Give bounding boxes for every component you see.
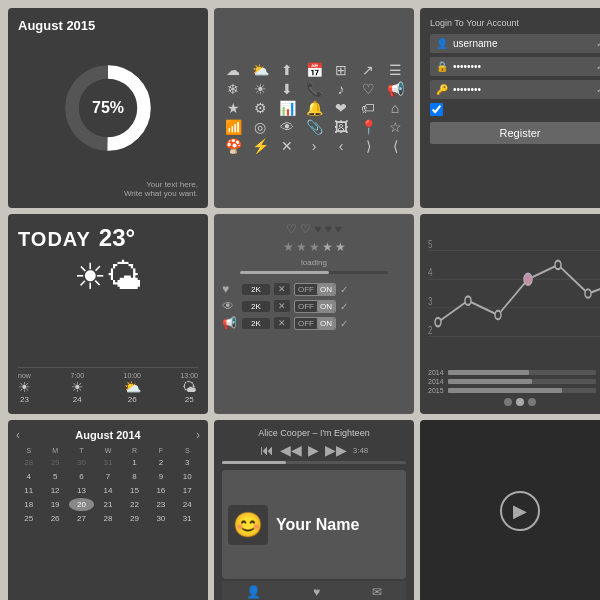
icon-gt: ⟩	[357, 139, 379, 153]
cal-day-25[interactable]: 25	[16, 512, 41, 525]
cal-day-31[interactable]: 31	[175, 512, 200, 525]
star-4[interactable]: ★	[322, 240, 333, 254]
cal-day-2[interactable]: 2	[148, 456, 173, 469]
toggle-x-2[interactable]: ✕	[274, 300, 290, 312]
weather-forecast: now ☀ 23 7:00 ☀ 24 10:00 ⛅ 26 13:00 🌤 25	[18, 367, 198, 404]
music-controls: ⏮ ◀◀ ▶ ▶▶ 3:48	[222, 442, 406, 458]
heart-toggle-icon: ♥	[222, 282, 238, 296]
cal-next-button[interactable]: ›	[196, 428, 200, 442]
music-rewind-button[interactable]: ⏮	[260, 442, 274, 458]
lock-icon: 🔒	[436, 61, 448, 72]
toggle-x-1[interactable]: ✕	[274, 283, 290, 295]
messages-icon: ✉	[372, 585, 382, 599]
progress-bar-fill	[240, 271, 328, 274]
cal-day-7[interactable]: 7	[95, 470, 120, 483]
cal-prev-button[interactable]: ‹	[16, 428, 20, 442]
profile-tab-messages[interactable]: ✉ 27	[372, 585, 382, 600]
toggle-box-1[interactable]: OFF ON	[294, 283, 336, 296]
icon-calendar: 📅	[303, 63, 325, 77]
heart-2[interactable]: ♡	[300, 222, 311, 236]
star-1[interactable]: ★	[283, 240, 294, 254]
cal-day-3[interactable]: 3	[175, 456, 200, 469]
cal-day-14[interactable]: 14	[95, 484, 120, 497]
heart-5[interactable]: ♥	[335, 222, 342, 236]
cal-day-6[interactable]: 6	[69, 470, 94, 483]
toggle-count-3: 2K	[242, 318, 270, 329]
register-button[interactable]: Register	[430, 122, 600, 144]
cal-day-23[interactable]: 23	[148, 498, 173, 511]
heart-1[interactable]: ♡	[286, 222, 297, 236]
cal-day-10[interactable]: 10	[175, 470, 200, 483]
music-back-button[interactable]: ◀◀	[280, 442, 302, 458]
cal-day-19[interactable]: 19	[42, 498, 67, 511]
calendar-panel: ‹ August 2014 › S M T W R F S 28 29 30 3…	[8, 420, 208, 600]
cal-day-28-jul[interactable]: 28	[16, 456, 41, 469]
dot-3[interactable]	[528, 398, 536, 406]
cal-day-29-jul[interactable]: 29	[42, 456, 67, 469]
cal-day-13[interactable]: 13	[69, 484, 94, 497]
password-field[interactable]: 🔒 ✓	[430, 57, 600, 76]
toggle-on-3[interactable]: ON	[317, 318, 335, 329]
toggle-on-2[interactable]: ON	[317, 301, 335, 312]
cal-day-12[interactable]: 12	[42, 484, 67, 497]
dot-1[interactable]	[504, 398, 512, 406]
cal-day-30[interactable]: 30	[148, 512, 173, 525]
confirm-field[interactable]: 🔑 ✓	[430, 80, 600, 99]
toggle-off-3[interactable]: OFF	[295, 318, 317, 329]
cal-day-21[interactable]: 21	[95, 498, 120, 511]
cal-day-28[interactable]: 28	[95, 512, 120, 525]
toggle-rows: ♥ 2K ✕ OFF ON ✓ 👁 2K ✕ OFF ON ✓	[222, 282, 406, 330]
heart-3[interactable]: ♥	[314, 222, 321, 236]
toggle-off-1[interactable]: OFF	[295, 284, 317, 295]
star-2[interactable]: ★	[296, 240, 307, 254]
video-play-button[interactable]: ▶	[500, 491, 540, 531]
icon-note: ♪	[330, 82, 352, 96]
forecast-1300: 13:00 🌤 25	[180, 372, 198, 404]
cal-day-24[interactable]: 24	[175, 498, 200, 511]
cal-hdr-s1: S	[16, 446, 41, 455]
svg-text:4: 4	[428, 266, 433, 279]
bar-fill-3	[448, 388, 563, 393]
cal-day-8[interactable]: 8	[122, 470, 147, 483]
toggle-row-1: ♥ 2K ✕ OFF ON ✓	[222, 282, 406, 296]
calendar-header: ‹ August 2014 ›	[16, 428, 200, 442]
music-play-button[interactable]: ▶	[308, 442, 319, 458]
profile-tab-followers[interactable]: 👤 118	[246, 585, 261, 600]
cal-day-16[interactable]: 16	[148, 484, 173, 497]
heart-4[interactable]: ♥	[324, 222, 331, 236]
username-input[interactable]	[453, 38, 596, 49]
cal-day-4[interactable]: 4	[16, 470, 41, 483]
cal-day-15[interactable]: 15	[122, 484, 147, 497]
cal-day-18[interactable]: 18	[16, 498, 41, 511]
cal-day-1[interactable]: 1	[122, 456, 147, 469]
toggle-box-3[interactable]: OFF ON	[294, 317, 336, 330]
password-input[interactable]	[453, 61, 596, 72]
cal-day-22[interactable]: 22	[122, 498, 147, 511]
cal-day-11[interactable]: 11	[16, 484, 41, 497]
username-field[interactable]: 👤 ✓	[430, 34, 600, 53]
cal-day-30-jul[interactable]: 30	[69, 456, 94, 469]
music-forward-button[interactable]: ▶▶	[325, 442, 347, 458]
toggle-x-3[interactable]: ✕	[274, 317, 290, 329]
profile-tab-likes[interactable]: ♥ 341	[310, 585, 323, 600]
confirm-input[interactable]	[453, 84, 596, 95]
dot-2[interactable]	[516, 398, 524, 406]
star-5[interactable]: ★	[335, 240, 346, 254]
cal-day-5[interactable]: 5	[42, 470, 67, 483]
cal-day-9[interactable]: 9	[148, 470, 173, 483]
toggle-on-1[interactable]: ON	[317, 284, 335, 295]
toggle-off-2[interactable]: OFF	[295, 301, 317, 312]
cal-day-27[interactable]: 27	[69, 512, 94, 525]
cal-day-29[interactable]: 29	[122, 512, 147, 525]
toggle-box-2[interactable]: OFF ON	[294, 300, 336, 313]
cal-hdr-w: W	[95, 446, 120, 455]
cal-day-31-jul[interactable]: 31	[95, 456, 120, 469]
icon-wifi: 📶	[222, 120, 244, 134]
agree-checkbox[interactable]	[430, 103, 443, 116]
icon-phone: 📞	[303, 82, 325, 96]
star-3[interactable]: ★	[309, 240, 320, 254]
chart-label-2014b: 2014 114	[428, 378, 600, 385]
cal-day-20-today[interactable]: 20	[69, 498, 94, 511]
cal-day-17[interactable]: 17	[175, 484, 200, 497]
cal-day-26[interactable]: 26	[42, 512, 67, 525]
